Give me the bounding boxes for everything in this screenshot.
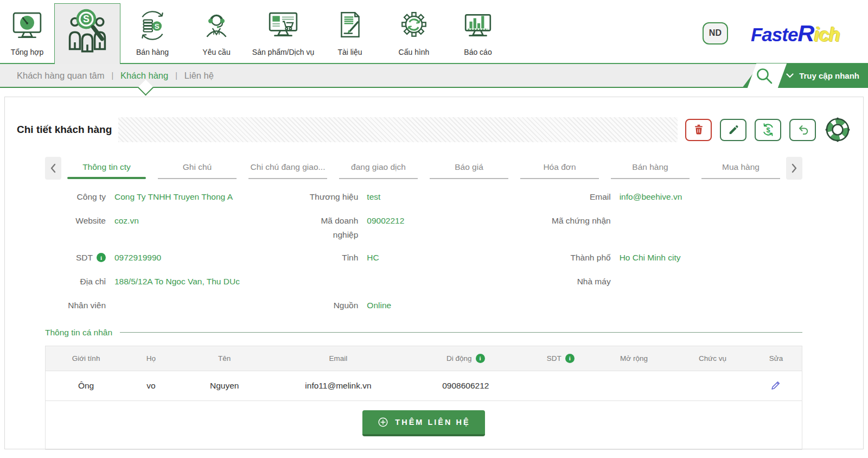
field-nguon: Nguồn Online [297, 298, 550, 314]
customer-detail-card: Chi tiết khách hàng [4, 97, 864, 449]
module-item-bao-cao[interactable]: Báo cáo [446, 3, 510, 63]
cell-mobile[interactable]: 0908606212 [403, 371, 528, 400]
module-item-khach-hang-active[interactable]: S [54, 3, 120, 64]
svg-text:S: S [155, 22, 159, 30]
life-ring-icon [825, 117, 851, 143]
pencil-outline-icon [770, 379, 782, 391]
gear-sync-icon [398, 10, 430, 43]
delete-button[interactable] [685, 119, 712, 141]
tab-chi-chu-dang-giao[interactable]: Chi chú đang giao... [242, 157, 333, 179]
undo-button[interactable] [789, 119, 816, 141]
field-ma-doanh-nghiep: Mã doanh nghiệp 09002212 [297, 214, 550, 243]
document-pen-icon [334, 10, 366, 43]
module-label: Yêu cầu [202, 48, 230, 56]
cell-gender: Ông [46, 371, 126, 400]
field-dia-chi: Địa chỉ 188/5/12A To Ngoc Van, Thu DUc [45, 275, 297, 290]
contacts-header-row: Giới tính Họ Tên Email Di động i SDT i [46, 346, 802, 371]
section-title: Thông tin cá nhân [45, 328, 112, 338]
field-label: Nguồn [297, 298, 358, 313]
col-chuc-vu: Chức vụ [675, 346, 750, 371]
company-info-fields: Công ty Cong Ty TNHH Truyen Thong A Thươ… [45, 190, 802, 314]
field-label: Website [45, 214, 106, 228]
module-item-san-pham-dich-vu[interactable]: Sản phẩm/Dịch vụ [248, 3, 318, 63]
field-label: Địa chỉ [45, 275, 106, 289]
tab-ban-hang[interactable]: Bán hàng [605, 157, 695, 179]
field-label: Mã chứng nhận [550, 214, 611, 228]
module-label: Bán hàng [136, 48, 169, 56]
tabs-scroll-left-button[interactable] [45, 157, 61, 180]
module-label: Sản phẩm/Dịch vụ [252, 48, 314, 56]
logo-part-ich: ich [814, 24, 840, 45]
col-sdt: SDT i [528, 346, 593, 371]
field-empty [297, 275, 550, 290]
cell-first-name[interactable]: Nguyen [176, 371, 273, 400]
tabs-scroll-right-button[interactable] [786, 157, 802, 180]
module-item-yeu-cau[interactable]: Yêu cầu [184, 3, 248, 63]
subnav-item-khach-hang-quan-tam[interactable]: Khách hàng quan tâm [17, 71, 104, 81]
module-label: Tài liệu [337, 48, 362, 56]
add-contact-label: THÊM LIÊN HỆ [395, 418, 470, 427]
svg-text:S: S [83, 14, 90, 24]
sync-money-button[interactable]: $ [755, 119, 781, 141]
action-buttons: $ [685, 117, 851, 143]
help-button[interactable] [824, 117, 851, 143]
field-label: Mã doanh nghiệp [297, 214, 358, 243]
module-bar: Tổng hợp S [0, 0, 868, 64]
add-contact-button[interactable]: THÊM LIÊN HỆ [362, 410, 484, 436]
header-right: ND FasteRich [703, 3, 868, 63]
field-label: Thương hiệu [297, 190, 358, 204]
module-item-cau-hinh[interactable]: Cấu hình [382, 3, 446, 63]
field-email: Email info@beehive.vn [550, 190, 802, 206]
tab-mua-hang[interactable]: Mua hàng [695, 157, 786, 179]
edit-contact-button[interactable] [770, 379, 782, 392]
tab-thong-tin-cty[interactable]: Thông tin cty [61, 157, 152, 179]
tab-bao-gia[interactable]: Báo giá [424, 157, 514, 179]
title-row: Chi tiết khách hàng [5, 97, 863, 143]
info-icon[interactable]: i [476, 354, 485, 363]
field-value: 188/5/12A To Ngoc Van, Thu DUc [114, 275, 240, 289]
col-label: SDT [547, 354, 561, 362]
search-icon[interactable] [755, 67, 774, 85]
module-item-tai-lieu[interactable]: Tài liệu [318, 3, 382, 63]
col-label: Di động [446, 354, 472, 362]
module-item-ban-hang[interactable]: S Bán hàng [120, 3, 184, 63]
info-icon[interactable]: i [565, 354, 575, 363]
subnav-item-lien-he[interactable]: Liên hệ [184, 71, 214, 81]
coins-sync-icon: S [137, 10, 168, 43]
field-thanh-pho: Thành phố Ho Chi Minh city [550, 251, 802, 266]
col-email: Email [273, 346, 404, 371]
tab-ghi-chu[interactable]: Ghi chú [152, 157, 242, 179]
cell-last-name[interactable]: vo [126, 371, 176, 400]
support-headset-icon [201, 10, 232, 43]
col-di-dong: Di động i [403, 346, 528, 371]
trash-icon [693, 124, 705, 136]
user-badge[interactable]: ND [703, 22, 728, 44]
plus-circle-icon [377, 416, 389, 428]
edit-button[interactable] [720, 119, 746, 141]
personal-info-section-header: Thông tin cá nhân [45, 328, 802, 338]
col-ten: Tên [176, 346, 273, 371]
col-mo-rong: Mở rộng [593, 346, 675, 371]
field-label: Tỉnh [297, 251, 358, 265]
info-icon[interactable]: i [97, 253, 106, 262]
tab-hoa-don[interactable]: Hóa đơn [514, 157, 605, 179]
app-logo: FasteRich [751, 20, 840, 47]
field-label: SDT [76, 251, 93, 265]
cell-extension [593, 371, 675, 400]
field-value: 0972919990 [114, 251, 161, 265]
col-gioi-tinh: Giới tính [46, 346, 126, 371]
field-value: info@beehive.vn [620, 190, 682, 204]
field-ma-chung-nhan: Mã chứng nhận [550, 214, 802, 243]
module-item-tong-hop[interactable]: Tổng hợp [0, 3, 54, 63]
undo-arrow-icon [796, 123, 809, 136]
field-empty [550, 298, 802, 314]
field-nha-may: Nhà máy [550, 275, 802, 290]
subnav-item-khach-hang[interactable]: Khách hàng [120, 71, 168, 81]
chevron-right-icon [791, 163, 797, 173]
tab-dang-giao-dich[interactable]: đang giao dịch [333, 157, 424, 179]
page-title: Chi tiết khách hàng [17, 124, 112, 136]
field-label: Nhân viên [45, 298, 106, 313]
field-sdt: SDT i 0972919990 [45, 251, 297, 266]
chevron-left-icon [50, 163, 56, 173]
contact-row: Ông vo Nguyen info11@melink.vn 090860621… [46, 371, 802, 400]
